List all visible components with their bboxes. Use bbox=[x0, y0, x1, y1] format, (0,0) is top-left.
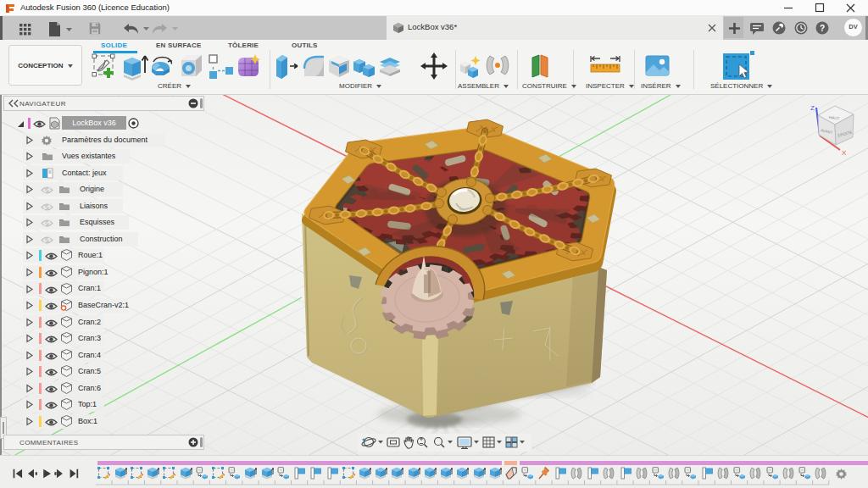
svg-text:X: X bbox=[842, 149, 847, 157]
svg-text:Z: Z bbox=[810, 104, 815, 112]
svg-text:?: ? bbox=[820, 24, 825, 33]
